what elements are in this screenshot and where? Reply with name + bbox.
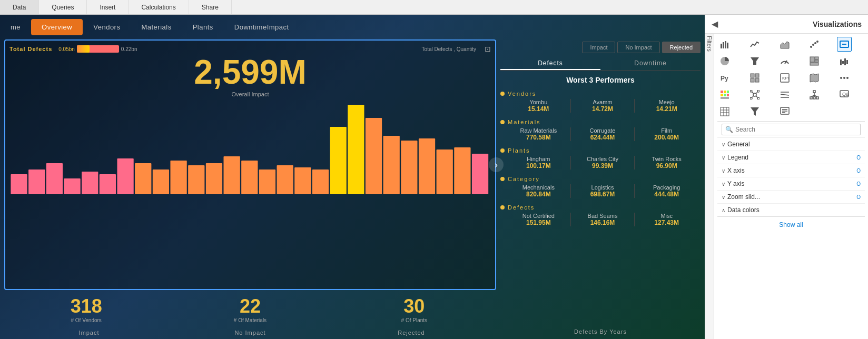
performer-col-film: Film 200.40M xyxy=(637,127,696,141)
nav-tab-materials[interactable]: Materials xyxy=(131,19,182,35)
filter-impact[interactable]: Impact xyxy=(582,42,615,53)
viz-icon-table[interactable] xyxy=(717,104,732,119)
svg-rect-18 xyxy=(330,127,347,194)
performer-section-category: Category Mechanicals 820.84M Logistics 6… xyxy=(500,176,701,198)
bottom-label-impact: Impact xyxy=(8,330,170,336)
nav-tab-overview[interactable]: Overview xyxy=(31,19,83,35)
svg-rect-27 xyxy=(721,44,722,48)
menu-share[interactable]: Share xyxy=(189,0,232,14)
performer-section-plants: Plants Hingham 100.17M Charles City 99.3… xyxy=(500,147,701,170)
viz-icon-matrix[interactable] xyxy=(747,71,762,85)
viz-icon-heatmap[interactable] xyxy=(717,87,732,102)
filter-buttons: Impact No Impact Rejected xyxy=(500,42,701,53)
svg-rect-20 xyxy=(366,118,382,194)
menu-data[interactable]: Data xyxy=(0,0,39,14)
menu-insert[interactable]: Insert xyxy=(87,0,129,14)
progress-track xyxy=(77,45,119,53)
nav-tab-me[interactable]: me xyxy=(0,19,31,35)
chevron-right-icon-xaxis: ∨ xyxy=(722,168,725,174)
svg-point-34 xyxy=(814,42,816,44)
svg-rect-6 xyxy=(117,158,133,194)
viz-icon-filter[interactable] xyxy=(747,104,762,119)
nav-tab-plants[interactable]: Plants xyxy=(182,19,224,35)
viz-icon-pie[interactable] xyxy=(717,54,732,68)
svg-rect-52 xyxy=(755,78,759,82)
svg-rect-0 xyxy=(11,174,27,194)
viz-icon-kpi[interactable]: KPI xyxy=(777,71,792,85)
viz-icon-qna[interactable]: Q&A xyxy=(837,87,852,102)
svg-marker-38 xyxy=(751,57,759,65)
menu-queries[interactable]: Queries xyxy=(39,0,87,14)
show-all-button[interactable]: Show all xyxy=(717,216,865,233)
viz-panel-header: ◀ Visualizations xyxy=(705,15,868,34)
svg-rect-10 xyxy=(188,165,204,194)
stat-vendors: 318 # Of Vendors xyxy=(4,293,168,325)
svg-rect-22 xyxy=(401,141,417,194)
viz-icon-treemap[interactable] xyxy=(807,54,822,68)
viz-icon-decomp[interactable] xyxy=(807,87,822,102)
viz-icon-card[interactable] xyxy=(837,37,852,52)
performer-col-mechanicals: Mechanicals 820.84M xyxy=(509,184,568,198)
section-zoomslid[interactable]: ∨ Zoom slid... O xyxy=(717,190,865,203)
performer-section-plants-title: Plants xyxy=(500,147,701,154)
expand-icon[interactable]: ⊡ xyxy=(485,45,491,53)
filter-noimpact[interactable]: No Impact xyxy=(617,42,659,53)
perf-divider-1 xyxy=(570,99,571,113)
svg-rect-24 xyxy=(437,149,453,194)
svg-rect-44 xyxy=(840,59,842,65)
chart-next-arrow[interactable]: › xyxy=(489,157,504,172)
viz-icon-map[interactable] xyxy=(807,71,822,85)
performer-col-logistics: Logistics 698.67M xyxy=(573,184,633,198)
performer-row-materials: Raw Materials 770.58M Corrugate 624.44M … xyxy=(500,127,701,141)
perf-value-avamm: 14.72M xyxy=(592,105,613,113)
section-zoom-extra: O xyxy=(856,194,861,200)
section-yaxis[interactable]: ∨ Y axis O xyxy=(717,177,865,190)
tab-downtime[interactable]: Downtime xyxy=(600,57,701,70)
filter-rejected[interactable]: Rejected xyxy=(662,42,701,53)
main-area: me Overview Vendors Materials Plants Dow… xyxy=(0,15,868,339)
svg-rect-30 xyxy=(727,43,728,48)
stat-materials-label: # Of Materials xyxy=(234,317,267,323)
search-row: 🔍 xyxy=(722,124,861,135)
viz-icon-waterfall[interactable] xyxy=(837,54,852,68)
svg-point-33 xyxy=(812,44,814,46)
nav-tab-downtimeimpact[interactable]: DowntimeImpact xyxy=(224,19,300,35)
svg-rect-17 xyxy=(312,170,329,194)
viz-icon-grid-2 xyxy=(717,54,865,68)
viz-icon-bar[interactable] xyxy=(717,37,732,52)
search-input[interactable] xyxy=(735,126,857,133)
tab-defects[interactable]: Defects xyxy=(500,57,600,70)
section-xaxis-extra: O xyxy=(856,168,861,174)
menu-calculations[interactable]: Calculations xyxy=(129,0,189,14)
section-legend[interactable]: ∨ Legend O xyxy=(717,151,865,164)
stat-materials-number: 22 xyxy=(240,295,261,317)
section-general[interactable]: ∨ General xyxy=(717,137,865,151)
viz-icon-network[interactable] xyxy=(747,87,762,102)
viz-icon-smart-narrative[interactable] xyxy=(777,104,792,119)
svg-rect-81 xyxy=(816,97,818,99)
svg-rect-79 xyxy=(810,97,812,99)
viz-icon-sankey[interactable] xyxy=(777,87,792,102)
stat-vendors-label: # Of Vendors xyxy=(71,317,101,323)
viz-icon-scatter[interactable] xyxy=(807,37,822,52)
performer-dot-defects xyxy=(500,205,505,210)
viz-icon-more[interactable] xyxy=(837,71,852,85)
viz-icon-python[interactable]: Py xyxy=(717,71,732,85)
section-xaxis[interactable]: ∨ X axis O xyxy=(717,164,865,177)
viz-collapse-button[interactable]: ◀ xyxy=(712,19,718,29)
perf-value-yombu: 15.14M xyxy=(528,105,549,113)
section-datacolors[interactable]: ∧ Data colors xyxy=(717,203,865,216)
svg-rect-51 xyxy=(751,78,754,82)
viz-icon-funnel[interactable] xyxy=(747,54,762,68)
nav-tab-vendors[interactable]: Vendors xyxy=(83,19,131,35)
performer-dot-materials xyxy=(500,120,505,124)
viz-body: Filters xyxy=(705,34,868,339)
viz-icon-gauge[interactable] xyxy=(777,54,792,68)
viz-icon-area[interactable] xyxy=(777,37,792,52)
chart-panel: Total Defects 0.05bn 0.22bn Total Defect… xyxy=(4,39,496,337)
svg-rect-46 xyxy=(844,58,846,65)
top-menu-bar: Data Queries Insert Calculations Share xyxy=(0,0,868,15)
perf-divider-2 xyxy=(634,99,635,113)
bottom-label-noimpact: No Impact xyxy=(170,330,331,336)
viz-icon-line[interactable] xyxy=(747,37,762,52)
